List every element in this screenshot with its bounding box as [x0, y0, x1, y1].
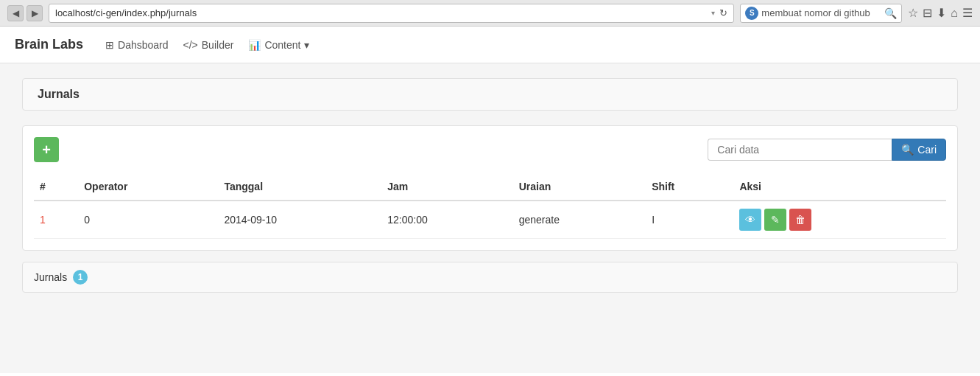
- chevron-down-icon: ▾: [304, 39, 309, 51]
- col-aksi: Aksi: [733, 173, 946, 201]
- trash-icon: 🗑: [795, 214, 805, 226]
- url-dropdown-icon: ▾: [711, 9, 715, 17]
- add-button[interactable]: +: [34, 137, 59, 162]
- col-jam: Jam: [381, 173, 512, 201]
- toolbar: + 🔍 Cari: [34, 137, 946, 162]
- menu-icon[interactable]: ☰: [962, 6, 973, 20]
- star-icon[interactable]: ☆: [908, 6, 918, 20]
- table-header-row: # Operator Tanggal Jam Uraian Shift Aksi: [34, 173, 946, 201]
- browser-search-area[interactable]: S membuat nomor di github 🔍: [740, 4, 902, 23]
- edit-button[interactable]: ✎: [764, 209, 786, 231]
- nav-builder[interactable]: </> Builder: [183, 39, 234, 51]
- search-input[interactable]: [708, 139, 892, 161]
- content-icon: 📊: [248, 39, 261, 51]
- browser-toolbar-icons: ☆ ⊟ ⬇ ⌂ ☰: [908, 6, 973, 20]
- col-uraian: Uraian: [513, 173, 646, 201]
- cell-jam: 12:00:00: [381, 201, 512, 239]
- search-btn-icon: 🔍: [901, 144, 914, 156]
- table-card: + 🔍 Cari # Operator Tanggal Jam: [22, 125, 958, 251]
- download-icon[interactable]: ⬇: [937, 6, 946, 20]
- search-group: 🔍 Cari: [708, 139, 946, 161]
- app-container: Brain Labs ⊞ Dahsboard </> Builder 📊 Con…: [0, 27, 980, 376]
- edit-icon: ✎: [771, 214, 780, 226]
- data-table: # Operator Tanggal Jam Uraian Shift Aksi…: [34, 173, 946, 239]
- refresh-button[interactable]: ↻: [719, 7, 727, 18]
- cell-aksi: 👁 ✎ 🗑: [733, 201, 946, 239]
- nav-dashboard[interactable]: ⊞ Dahsboard: [105, 39, 169, 51]
- search-icon: 🔍: [884, 7, 897, 19]
- cell-uraian: generate: [513, 201, 646, 239]
- action-buttons: 👁 ✎ 🗑: [739, 209, 940, 231]
- url-text: localhost/ci-gen/index.php/jurnals: [55, 7, 707, 18]
- bookmark-icon[interactable]: ⊟: [923, 6, 932, 20]
- cell-shift: I: [646, 201, 733, 239]
- brand-logo[interactable]: Brain Labs: [15, 37, 83, 52]
- navbar: Brain Labs ⊞ Dahsboard </> Builder 📊 Con…: [0, 27, 980, 63]
- browser-nav: ◀ ▶: [7, 5, 43, 21]
- back-button[interactable]: ◀: [7, 5, 24, 21]
- eye-icon: 👁: [745, 214, 755, 226]
- search-avatar: S: [745, 7, 758, 20]
- page-title: Jurnals: [38, 88, 80, 100]
- forward-button[interactable]: ▶: [27, 5, 43, 21]
- nav-dashboard-label: Dahsboard: [118, 39, 169, 51]
- cell-tanggal: 2014-09-10: [218, 201, 381, 239]
- browser-chrome: ◀ ▶ localhost/ci-gen/index.php/jurnals ▾…: [0, 0, 980, 27]
- search-btn-label: Cari: [917, 144, 937, 156]
- col-tanggal: Tanggal: [218, 173, 381, 201]
- nav-content-label: Content: [264, 39, 300, 51]
- cell-num: 1: [34, 201, 78, 239]
- col-num: #: [34, 173, 78, 201]
- home-icon[interactable]: ⌂: [951, 7, 958, 20]
- footer-count-badge: 1: [73, 270, 88, 285]
- nav-links: ⊞ Dahsboard </> Builder 📊 Content ▾: [105, 39, 309, 51]
- table-row: 1 0 2014-09-10 12:00:00 generate I 👁: [34, 201, 946, 239]
- main-content: Jurnals + 🔍 Cari #: [0, 63, 980, 373]
- col-shift: Shift: [646, 173, 733, 201]
- url-bar[interactable]: localhost/ci-gen/index.php/jurnals ▾ ↻: [49, 4, 734, 23]
- nav-content[interactable]: 📊 Content ▾: [248, 39, 309, 51]
- builder-icon: </>: [183, 39, 198, 51]
- cell-operator: 0: [78, 201, 218, 239]
- search-button[interactable]: 🔍 Cari: [892, 139, 946, 161]
- page-header: Jurnals: [22, 78, 958, 111]
- dashboard-icon: ⊞: [105, 39, 114, 51]
- footer-label: Jurnals: [34, 271, 67, 283]
- view-button[interactable]: 👁: [739, 209, 761, 231]
- col-operator: Operator: [78, 173, 218, 201]
- nav-builder-label: Builder: [202, 39, 234, 51]
- browser-search-text: membuat nomor di github: [761, 7, 881, 18]
- delete-button[interactable]: 🗑: [789, 209, 811, 231]
- table-footer: Jurnals 1: [22, 262, 958, 293]
